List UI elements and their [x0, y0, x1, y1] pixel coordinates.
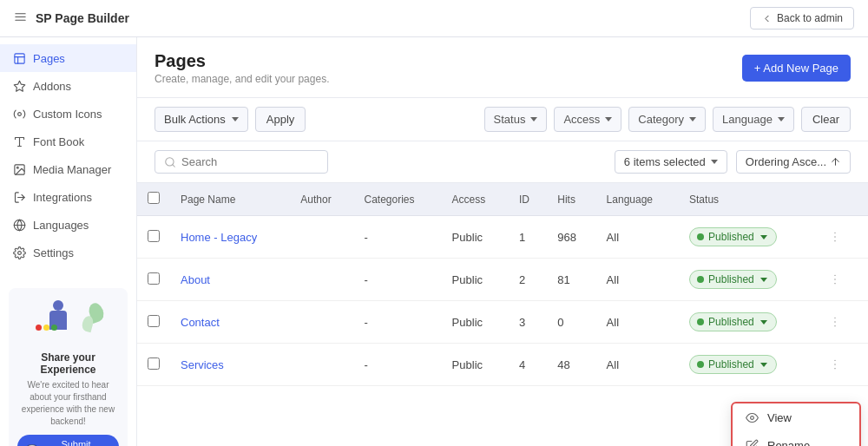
settings-icon — [12, 246, 26, 259]
context-menu-view[interactable]: View — [733, 403, 859, 431]
sidebar-item-settings[interactable]: Settings — [0, 239, 136, 266]
apply-button[interactable]: Apply — [255, 107, 306, 132]
row-checkbox[interactable] — [148, 272, 160, 285]
cell-page-name: Home - Legacy — [170, 216, 290, 259]
row-actions-button[interactable] — [823, 225, 847, 249]
sidebar-item-pages[interactable]: Pages — [0, 44, 136, 72]
cell-categories: - — [353, 259, 441, 301]
bulk-actions-button[interactable]: Bulk Actions — [155, 107, 248, 132]
cell-actions — [812, 259, 868, 301]
row-checkbox[interactable] — [148, 315, 160, 327]
status-chevron — [530, 117, 537, 121]
row-checkbox-cell[interactable] — [137, 216, 170, 259]
media-manager-icon — [12, 162, 26, 176]
category-filter[interactable]: Category — [628, 107, 706, 132]
cell-id: 4 — [509, 344, 547, 386]
svg-point-27 — [834, 360, 835, 361]
pages-icon — [12, 51, 26, 65]
svg-point-21 — [834, 275, 835, 276]
table-row: Services - Public 4 48 All Published — [137, 344, 868, 386]
row-actions-button[interactable] — [823, 267, 847, 292]
table-body: Home - Legacy - Public 1 968 All Publish… — [137, 216, 868, 386]
cell-categories: - — [353, 344, 441, 386]
row-checkbox[interactable] — [148, 357, 160, 370]
access-filter[interactable]: Access — [554, 107, 621, 132]
status-badge[interactable]: Published — [689, 227, 777, 246]
sidebar-item-custom-icons[interactable]: Custom Icons — [0, 100, 136, 128]
row-actions-button[interactable] — [823, 352, 847, 377]
page-subtitle: Create, manage, and edit your pages. — [155, 73, 329, 85]
cell-language: All — [596, 259, 679, 301]
svg-point-14 — [17, 251, 21, 254]
more-icon — [828, 315, 842, 329]
sidebar-item-font-book[interactable]: Font Book — [0, 128, 136, 155]
cell-access: Public — [442, 301, 509, 344]
svg-rect-3 — [14, 53, 23, 62]
status-badge[interactable]: Published — [689, 312, 777, 331]
row-checkbox-cell[interactable] — [137, 259, 170, 301]
promo-text: We're excited to hear about your firstha… — [17, 379, 119, 428]
cell-author — [290, 216, 353, 259]
select-all-cell[interactable] — [137, 183, 170, 216]
select-all-checkbox[interactable] — [148, 192, 160, 204]
clear-button[interactable]: Clear — [801, 107, 851, 132]
sidebar-item-languages[interactable]: Languages — [0, 211, 136, 239]
items-selected-chevron — [711, 160, 718, 164]
hamburger-icon[interactable] — [14, 10, 27, 26]
svg-point-18 — [834, 233, 835, 233]
promo-card: Share your Experience We're excited to h… — [9, 288, 128, 446]
col-id: ID — [509, 183, 547, 216]
row-actions-button[interactable] — [823, 310, 847, 334]
cell-language: All — [596, 344, 679, 386]
col-access: Access — [442, 183, 509, 216]
status-dot — [697, 276, 704, 283]
row-checkbox-cell[interactable] — [137, 344, 170, 386]
sidebar-item-integrations[interactable]: Integrations — [0, 183, 136, 211]
status-chevron — [760, 235, 767, 239]
rename-icon — [745, 438, 759, 446]
back-admin-button[interactable]: Back to admin — [750, 7, 854, 30]
font-book-icon — [12, 134, 26, 148]
search-input[interactable] — [181, 155, 319, 168]
col-status: Status — [679, 183, 812, 216]
more-icon — [828, 272, 842, 286]
sidebar-item-media-manager[interactable]: Media Manager — [0, 155, 136, 183]
more-icon — [828, 230, 842, 244]
status-badge[interactable]: Published — [689, 355, 777, 374]
svg-point-22 — [834, 279, 835, 279]
status-filter[interactable]: Status — [484, 107, 548, 132]
status-badge[interactable]: Published — [689, 270, 777, 289]
status-label: Published — [708, 358, 754, 371]
search-box[interactable] — [155, 150, 328, 174]
cell-access: Public — [442, 344, 509, 386]
add-new-page-button[interactable]: + Add New Page — [742, 55, 851, 82]
status-dot — [697, 318, 704, 325]
cell-status: Published — [679, 344, 812, 386]
cell-page-name: Contact — [170, 301, 290, 344]
row-checkbox-cell[interactable] — [137, 301, 170, 344]
view-icon — [745, 410, 759, 424]
cell-language: All — [596, 216, 679, 259]
svg-point-6 — [17, 112, 21, 115]
status-dot — [697, 233, 704, 240]
language-filter[interactable]: Language — [713, 107, 794, 132]
pages-table: Page Name Author Categories Access ID Hi… — [137, 183, 868, 386]
access-chevron — [605, 117, 612, 121]
sidebar-item-addons[interactable]: Addons — [0, 72, 136, 100]
status-chevron — [760, 320, 767, 325]
cell-status: Published — [679, 259, 812, 301]
col-author: Author — [290, 183, 353, 216]
cell-author — [290, 344, 353, 386]
header-left: Pages Create, manage, and edit your page… — [155, 51, 329, 85]
col-actions — [812, 183, 868, 216]
submit-feedback-button[interactable]: 💬 Submit Feedback — [17, 435, 119, 446]
status-chevron — [760, 278, 767, 282]
svg-point-30 — [750, 416, 753, 419]
svg-line-16 — [173, 164, 175, 167]
cell-id: 3 — [509, 301, 547, 344]
cell-actions — [812, 301, 868, 344]
row-checkbox[interactable] — [148, 230, 160, 242]
context-menu-rename[interactable]: Rename — [733, 431, 859, 446]
ordering-button[interactable]: Ordering Asce... — [736, 150, 851, 174]
items-selected-dropdown[interactable]: 6 items selected — [615, 150, 727, 174]
